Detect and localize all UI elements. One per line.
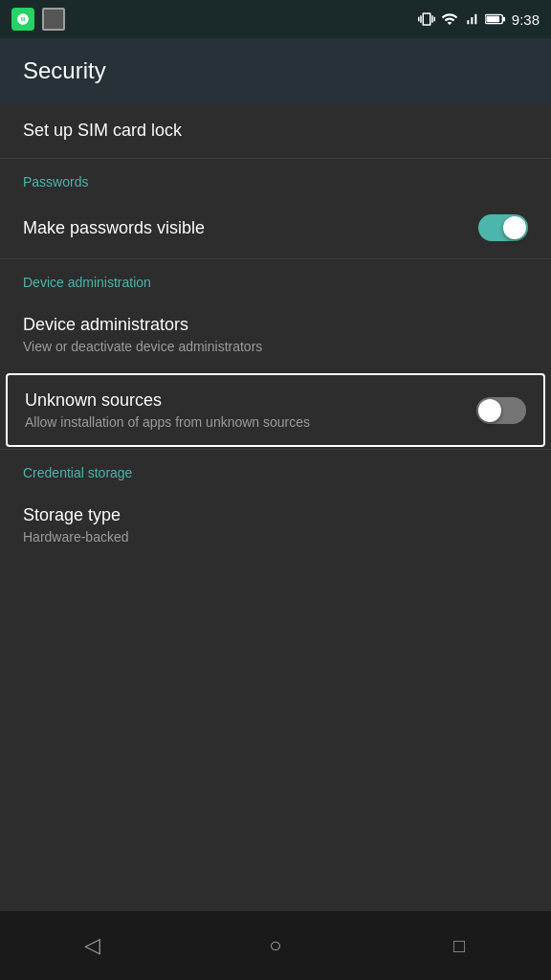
unknown-sources-toggle[interactable] <box>476 397 526 424</box>
recents-button[interactable]: □ <box>430 917 488 974</box>
settings-content: Set up SIM card lock Passwords Make pass… <box>0 103 551 562</box>
toggle-thumb-2 <box>478 399 501 422</box>
unknown-sources-title: Unknown sources <box>25 390 476 411</box>
unknown-sources-subtitle: Allow installation of apps from unknown … <box>25 414 476 430</box>
storage-type-title: Storage type <box>23 505 528 525</box>
signal-icon <box>464 11 479 28</box>
home-button[interactable]: ○ <box>247 917 304 974</box>
app-bar: Security <box>0 38 551 103</box>
make-passwords-visible-title: Make passwords visible <box>23 218 478 238</box>
device-administrators-subtitle: View or deactivate device administrators <box>23 339 528 354</box>
device-administrators-title: Device administrators <box>23 315 528 335</box>
back-icon: ◁ <box>84 933 100 958</box>
vibrate-icon <box>418 11 435 28</box>
passwords-section-header: Passwords <box>0 159 551 197</box>
status-bar: 9:38 <box>0 0 551 38</box>
home-icon: ○ <box>269 933 281 958</box>
storage-type-subtitle: Hardware-backed <box>23 529 528 545</box>
whatsapp-icon <box>11 8 34 31</box>
unknown-sources-item[interactable]: Unknown sources Allow installation of ap… <box>6 373 545 447</box>
wifi-icon <box>441 11 458 28</box>
sim-card-lock-item[interactable]: Set up SIM card lock <box>0 103 551 158</box>
make-passwords-visible-item[interactable]: Make passwords visible <box>0 197 551 258</box>
storage-type-item[interactable]: Storage type Hardware-backed <box>0 488 551 562</box>
battery-icon <box>485 12 506 26</box>
sim-card-lock-title: Set up SIM card lock <box>23 121 182 140</box>
svg-rect-1 <box>486 16 499 22</box>
credential-storage-section-header: Credential storage <box>0 450 551 488</box>
svg-rect-2 <box>503 17 505 22</box>
image-icon <box>42 8 65 31</box>
recents-icon: □ <box>453 935 465 957</box>
toggle-thumb <box>503 216 526 239</box>
page-title: Security <box>23 57 106 84</box>
make-passwords-visible-toggle[interactable] <box>478 214 528 241</box>
back-button[interactable]: ◁ <box>63 917 121 974</box>
clock: 9:38 <box>512 11 540 28</box>
device-administrators-item[interactable]: Device administrators View or deactivate… <box>0 298 551 371</box>
nav-bar: ◁ ○ □ <box>0 911 551 980</box>
device-administration-section-header: Device administration <box>0 259 551 298</box>
status-left-icons <box>11 8 65 31</box>
status-right-icons: 9:38 <box>418 11 540 28</box>
